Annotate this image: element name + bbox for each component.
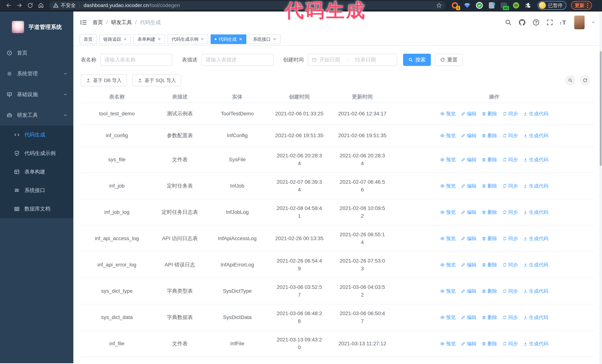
import-db-button[interactable]: 基于 DB 导入 (81, 74, 127, 86)
generate-code-link[interactable]: 生成代码 (523, 262, 548, 268)
fullscreen-icon[interactable] (546, 19, 553, 26)
breadcrumb-dev-tools[interactable]: 研发工具 (111, 19, 132, 26)
tab-trace[interactable]: 链路追踪 (99, 34, 131, 44)
table-name-input[interactable] (100, 54, 172, 66)
delete-link[interactable]: 删除 (482, 132, 497, 139)
delete-link[interactable]: 删除 (482, 235, 497, 242)
sidebar-item-infrastructure[interactable]: 基础设施 (0, 84, 73, 105)
bookmark-star-icon[interactable] (436, 2, 442, 8)
sync-link[interactable]: 同步 (502, 132, 518, 139)
tab-form-builder[interactable]: 表单构建 (133, 34, 165, 44)
preview-link[interactable]: 预览 (440, 132, 456, 139)
extension-check-icon[interactable] (476, 2, 483, 9)
delete-link[interactable]: 删除 (482, 288, 497, 294)
generate-code-link[interactable]: 生成代码 (523, 183, 548, 189)
delete-link[interactable]: 删除 (482, 262, 497, 268)
extension-switch-icon[interactable]: on (500, 2, 507, 9)
preview-link[interactable]: 预览 (440, 288, 456, 294)
browser-home-button[interactable] (36, 1, 46, 10)
preview-link[interactable]: 预览 (440, 341, 456, 347)
browser-update-button[interactable]: 更新 (571, 1, 592, 10)
browser-profile-button[interactable]: 已暂停 (538, 1, 566, 10)
extension-gadget-icon[interactable] (488, 2, 495, 9)
edit-link[interactable]: 编辑 (461, 341, 476, 347)
sidebar-item-codegen-example[interactable]: 代码生成示例 (0, 144, 73, 163)
tab-home[interactable]: 首页 (80, 34, 97, 44)
sidebar-item-system-api[interactable]: 系统接口 (0, 181, 73, 200)
generate-code-link[interactable]: 生成代码 (523, 341, 548, 347)
table-desc-input[interactable] (202, 54, 273, 66)
extension-orange-icon[interactable]: 1 (451, 2, 459, 9)
preview-link[interactable]: 预览 (440, 262, 456, 268)
tab-codegen[interactable]: 代码生成 (211, 34, 246, 44)
header-search-icon[interactable] (505, 19, 512, 26)
tab-system-api[interactable]: 系统接口 (249, 34, 280, 44)
extension-monkey-icon[interactable] (512, 2, 520, 9)
sidebar-fold-icon[interactable] (80, 19, 87, 26)
edit-link[interactable]: 编辑 (461, 262, 476, 268)
generate-code-link[interactable]: 生成代码 (523, 314, 548, 321)
delete-link[interactable]: 删除 (482, 209, 497, 216)
sidebar-item-codegen[interactable]: 代码生成 (0, 125, 73, 144)
security-status[interactable]: 不安全 (53, 2, 76, 9)
edit-link[interactable]: 编辑 (461, 156, 476, 163)
help-icon[interactable] (532, 19, 540, 26)
close-tab-icon[interactable] (273, 37, 276, 41)
extension-gem-icon[interactable] (463, 2, 471, 9)
preview-link[interactable]: 预览 (440, 156, 456, 163)
generate-code-link[interactable]: 生成代码 (523, 156, 548, 163)
browser-menu-icon[interactable] (587, 3, 588, 8)
scrollbar-thumb[interactable] (600, 51, 602, 166)
preview-link[interactable]: 预览 (440, 209, 456, 216)
generate-code-link[interactable]: 生成代码 (523, 132, 548, 139)
sync-link[interactable]: 同步 (502, 235, 518, 242)
sync-link[interactable]: 同步 (502, 314, 518, 321)
sync-link[interactable]: 同步 (502, 209, 518, 216)
close-tab-icon[interactable] (239, 37, 242, 41)
font-size-icon[interactable]: tT (560, 19, 568, 26)
close-tab-icon[interactable] (123, 37, 127, 41)
refresh-table-button[interactable] (580, 75, 590, 85)
github-icon[interactable] (518, 19, 526, 26)
date-range-picker[interactable]: 开始日期 - 结束日期 (308, 54, 397, 66)
edit-link[interactable]: 编辑 (461, 132, 476, 139)
delete-link[interactable]: 删除 (482, 183, 497, 189)
user-avatar[interactable] (574, 16, 585, 29)
preview-link[interactable]: 预览 (440, 183, 456, 189)
close-tab-icon[interactable] (157, 37, 161, 41)
delete-link[interactable]: 删除 (482, 314, 497, 321)
sync-link[interactable]: 同步 (502, 183, 518, 189)
import-sql-button[interactable]: 基于 SQL 导入 (132, 74, 181, 86)
generate-code-link[interactable]: 生成代码 (523, 288, 548, 294)
preview-link[interactable]: 预览 (440, 111, 456, 117)
edit-link[interactable]: 编辑 (461, 209, 476, 216)
browser-reload-button[interactable] (25, 1, 36, 10)
sidebar-item-db-docs[interactable]: 数据库文档 (0, 200, 73, 218)
sync-link[interactable]: 同步 (502, 288, 518, 294)
generate-code-link[interactable]: 生成代码 (523, 235, 548, 242)
generate-code-link[interactable]: 生成代码 (523, 209, 548, 216)
browser-forward-button[interactable] (14, 1, 25, 10)
edit-link[interactable]: 编辑 (461, 235, 476, 242)
delete-link[interactable]: 删除 (482, 156, 497, 163)
edit-link[interactable]: 编辑 (461, 111, 476, 117)
preview-link[interactable]: 预览 (440, 314, 456, 321)
edit-link[interactable]: 编辑 (461, 183, 476, 189)
sidebar-item-dev-tools[interactable]: 研发工具 (0, 105, 73, 125)
sync-link[interactable]: 同步 (502, 156, 518, 163)
preview-link[interactable]: 预览 (440, 235, 456, 242)
breadcrumb-home[interactable]: 首页 (93, 19, 103, 26)
toggle-search-button[interactable] (565, 75, 575, 85)
generate-code-link[interactable]: 生成代码 (523, 111, 548, 117)
sidebar-item-form-builder[interactable]: 表单构建 (0, 163, 73, 181)
app-logo-row[interactable]: 芋道管理系统 (0, 11, 73, 42)
tab-codegen-example[interactable]: 代码生成示例 (168, 34, 208, 44)
sidebar-item-system[interactable]: 系统管理 (0, 63, 73, 84)
delete-link[interactable]: 删除 (482, 341, 497, 347)
reset-button[interactable]: 重置 (435, 54, 463, 66)
sync-link[interactable]: 同步 (502, 262, 518, 268)
edit-link[interactable]: 编辑 (461, 314, 476, 321)
extensions-puzzle-icon[interactable] (525, 2, 532, 9)
sync-link[interactable]: 同步 (502, 111, 518, 117)
delete-link[interactable]: 删除 (482, 111, 497, 117)
